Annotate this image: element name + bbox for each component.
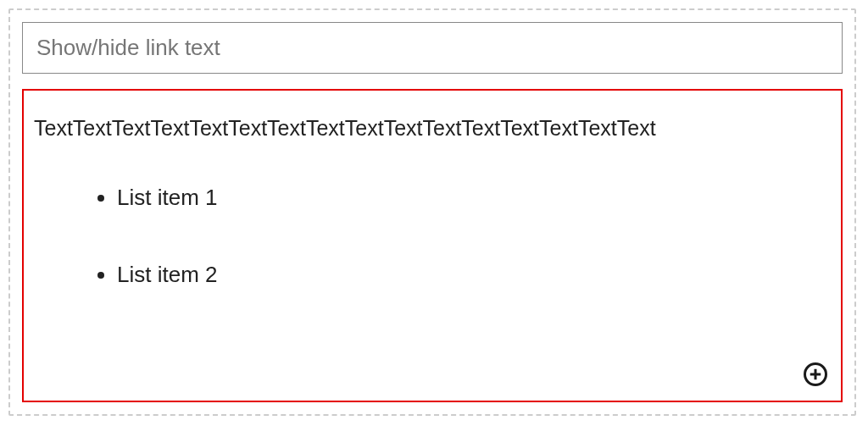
add-button[interactable]	[802, 362, 829, 389]
editor-block-container: TextTextTextTextTextTextTextTextTextText…	[8, 8, 856, 416]
list-item: List item 2	[117, 262, 824, 288]
list-item: List item 1	[117, 185, 824, 211]
plus-circle-icon	[803, 362, 828, 390]
item-list: List item 1 List item 2	[100, 185, 824, 288]
content-panel: TextTextTextTextTextTextTextTextTextText…	[22, 89, 843, 402]
paragraph-text: TextTextTextTextTextTextTextTextTextText…	[34, 116, 824, 141]
link-text-input[interactable]	[22, 22, 843, 74]
